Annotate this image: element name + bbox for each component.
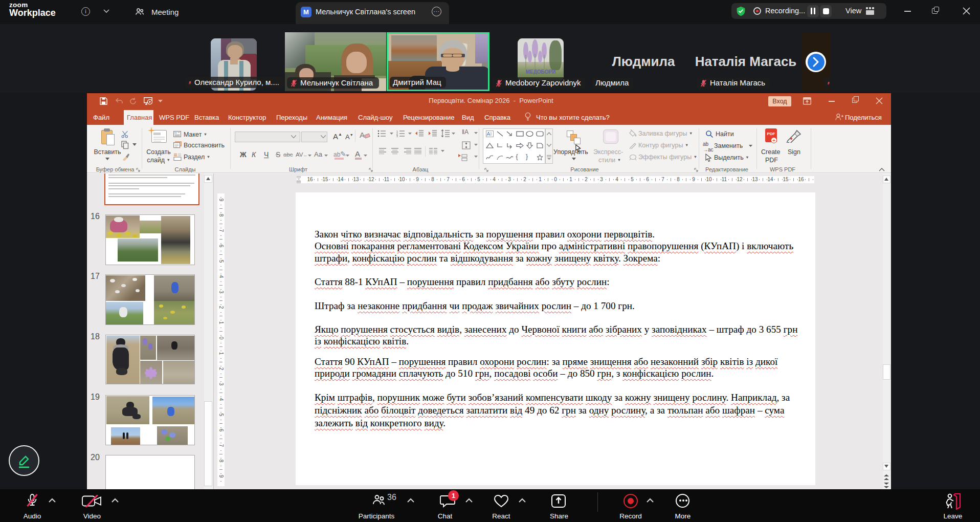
svg-text:3: 3	[396, 135, 398, 137]
